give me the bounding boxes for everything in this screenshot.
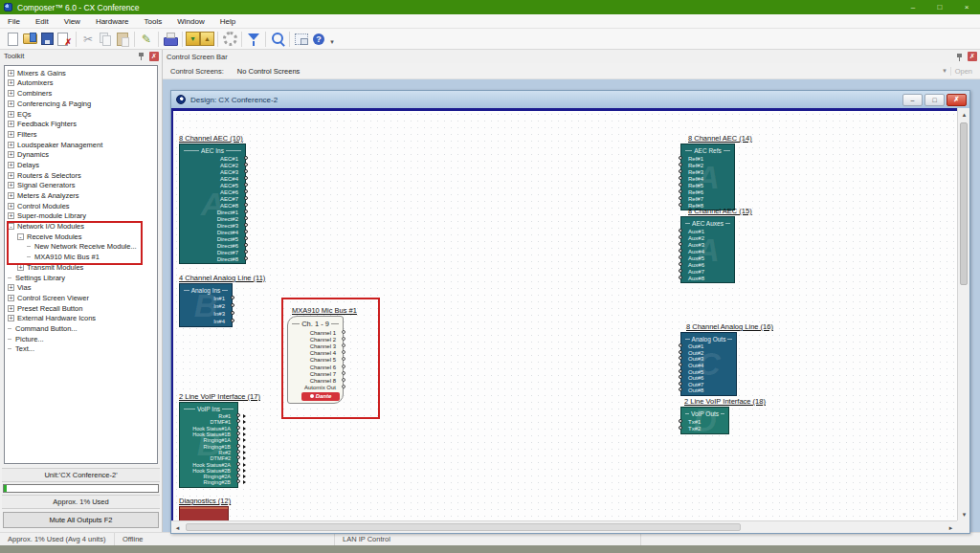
tree-item-filters[interactable]: +Filters: [5, 129, 157, 140]
help-icon[interactable]: [310, 31, 327, 48]
paste-icon[interactable]: [114, 31, 131, 48]
tree-item-receive-modules[interactable]: -Receive Modules: [5, 232, 157, 242]
expand-icon[interactable]: +: [8, 70, 14, 77]
tree-item-combiners[interactable]: +Combiners: [5, 88, 157, 99]
tree-item-picture[interactable]: Picture...: [5, 334, 157, 344]
module-block[interactable]: AAEC InsAEC#1AEC#2AEC#3AEC#4AEC#5AEC#6AE…: [179, 144, 246, 264]
port-node[interactable]: [679, 229, 682, 232]
port-node[interactable]: [679, 369, 682, 373]
port-node[interactable]: [244, 183, 248, 187]
port-node[interactable]: [236, 437, 240, 441]
port-node[interactable]: [342, 337, 345, 341]
zoom-tool-icon[interactable]: [269, 31, 286, 48]
tree-item-feedback-fighters[interactable]: +Feedback Fighters: [5, 119, 157, 129]
port-node[interactable]: [244, 250, 248, 254]
tree-item-delays[interactable]: +Delays: [5, 160, 157, 170]
port-node[interactable]: [679, 350, 682, 354]
filter-icon[interactable]: [245, 31, 262, 48]
scroll-right-icon[interactable]: ▸: [945, 521, 957, 534]
port-node[interactable]: [679, 203, 682, 207]
tree-item-transmit-modules[interactable]: +Transmit Modules: [5, 262, 157, 273]
port-node[interactable]: [342, 365, 345, 368]
port-node[interactable]: [679, 255, 682, 259]
port-node[interactable]: [342, 357, 345, 361]
tree-item-vias[interactable]: +Vias: [5, 282, 157, 293]
control-screens-icon[interactable]: [293, 31, 310, 48]
port-node[interactable]: [231, 319, 234, 322]
port-node[interactable]: [236, 426, 240, 430]
port-node[interactable]: [244, 256, 248, 260]
port-node[interactable]: [236, 462, 240, 466]
port-node[interactable]: [244, 189, 248, 193]
port-node[interactable]: [244, 196, 248, 200]
port-node[interactable]: [244, 223, 248, 227]
port-node[interactable]: [236, 444, 240, 448]
open-file-icon[interactable]: [21, 31, 38, 48]
tree-item-routers-selectors[interactable]: +Routers & Selectors: [5, 170, 157, 181]
design-close-button[interactable]: ✗: [947, 94, 967, 106]
port-node[interactable]: [679, 382, 682, 386]
tree-item-command-button[interactable]: Command Button...: [5, 323, 157, 334]
tree-item-new-network-receive-module[interactable]: New Network Receive Module...: [5, 242, 157, 253]
module-block[interactable]: BAnalog InsIn#1In#2In#3In#4: [179, 283, 233, 327]
port-node[interactable]: [231, 303, 234, 307]
port-node[interactable]: [679, 163, 682, 166]
expand-icon[interactable]: +: [8, 131, 14, 138]
minimize-button[interactable]: –: [900, 0, 926, 14]
port-node[interactable]: [679, 242, 682, 246]
port-node[interactable]: [679, 363, 682, 366]
port-node[interactable]: [679, 183, 682, 187]
port-node[interactable]: [679, 196, 682, 200]
expand-icon[interactable]: +: [8, 111, 14, 118]
port-node[interactable]: [679, 269, 682, 273]
port-node[interactable]: [236, 450, 240, 453]
expand-icon[interactable]: +: [8, 212, 14, 219]
port-node[interactable]: [236, 479, 240, 483]
tree-item-eqs[interactable]: +EQs: [5, 109, 157, 120]
port-node[interactable]: [236, 474, 240, 477]
expand-icon[interactable]: +: [8, 295, 14, 301]
tree-item-control-screen-viewer[interactable]: +Control Screen Viewer: [5, 293, 157, 303]
tree-item-dynamics[interactable]: +Dynamics: [5, 149, 157, 160]
tree-item-mixers-gains[interactable]: +Mixers & Gains: [5, 68, 157, 78]
design-minimize-button[interactable]: –: [902, 94, 923, 106]
collapse-icon[interactable]: -: [17, 233, 24, 240]
tree-item-control-modules[interactable]: +Control Modules: [5, 201, 157, 211]
expand-icon[interactable]: +: [8, 142, 14, 148]
tree-item-meters-analyzers[interactable]: +Meters & Analyzers: [5, 190, 157, 201]
port-node[interactable]: [679, 262, 682, 266]
tree-item-conferencing-paging[interactable]: +Conferencing & Paging: [5, 99, 157, 109]
menu-item-window[interactable]: Window: [169, 14, 212, 28]
port-node[interactable]: [679, 169, 682, 173]
port-node[interactable]: [244, 216, 248, 220]
expand-icon[interactable]: +: [8, 284, 14, 291]
port-node[interactable]: [679, 176, 682, 180]
design-window-title-bar[interactable]: Design: CX Conference-2 – □ ✗: [171, 91, 969, 108]
port-node[interactable]: [236, 419, 240, 423]
design-restore-button[interactable]: □: [924, 94, 945, 106]
pin-icon[interactable]: [138, 52, 145, 60]
menu-item-help[interactable]: Help: [212, 14, 243, 28]
tree-item-loudspeaker-management[interactable]: +Loudspeaker Management: [5, 140, 157, 150]
module-block[interactable]: BVoIP InsRx#1DTMF#1Hook Status#1AHook St…: [179, 402, 238, 488]
expand-icon[interactable]: +: [8, 182, 14, 188]
tree-item-external-hardware-icons[interactable]: +External Hardware Icons: [5, 313, 157, 323]
expand-icon[interactable]: +: [8, 79, 14, 86]
module-aec-auxes-15[interactable]: 8 Channel AEC (15)AAEC AuxesAux#1Aux#2Au…: [680, 207, 752, 283]
vertical-scrollbar[interactable]: ▴ ▾: [957, 108, 969, 520]
scroll-down-icon[interactable]: ▾: [958, 508, 970, 520]
expand-icon[interactable]: +: [8, 203, 14, 210]
expand-icon[interactable]: +: [17, 264, 24, 271]
module-block[interactable]: [179, 506, 229, 520]
tree-item-network-i-o-modules[interactable]: -Network I/O Modules: [5, 221, 157, 232]
mute-all-outputs-button[interactable]: Mute All Outputs F2: [3, 512, 159, 528]
tree-item-settings-library[interactable]: Settings Library: [5, 273, 157, 283]
module-voip-ins-17[interactable]: 2 Line VoIP Interface (17)BVoIP InsRx#1D…: [179, 392, 260, 488]
horizontal-scrollbar[interactable]: ◂ ▸: [171, 520, 957, 533]
expand-icon[interactable]: +: [8, 192, 14, 199]
module-block[interactable]: CAnalog OutsOut#1Out#2Out#3Out#4Out#5Out…: [680, 332, 737, 396]
expand-icon[interactable]: +: [8, 121, 14, 127]
port-node[interactable]: [679, 235, 682, 239]
menu-item-view[interactable]: View: [56, 14, 88, 28]
module-analog-outs-16[interactable]: 8 Channel Analog Line (16)CAnalog OutsOu…: [680, 322, 773, 396]
